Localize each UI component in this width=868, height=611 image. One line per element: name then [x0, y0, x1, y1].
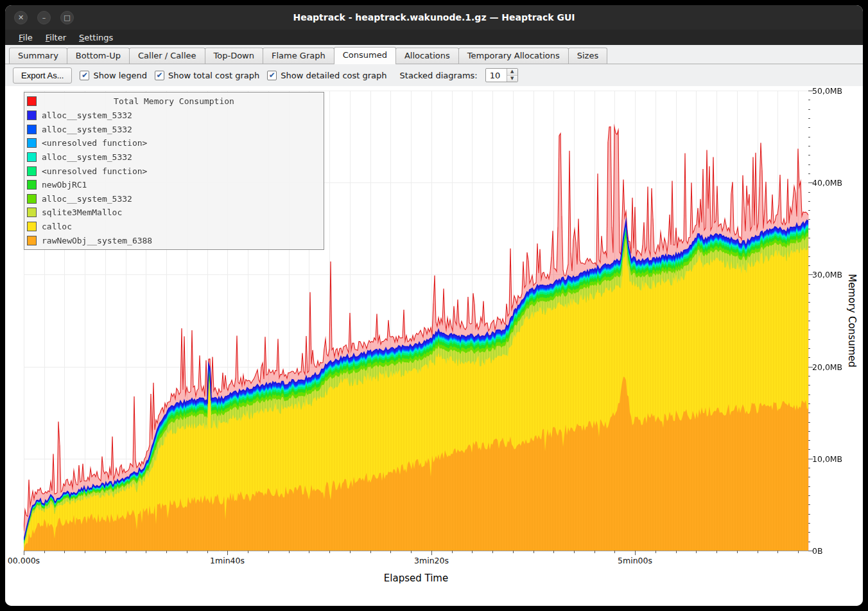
show-legend-checkbox[interactable]: ✔ Show legend	[80, 71, 147, 80]
legend-item: sqlite3MemMalloc	[27, 206, 321, 220]
heaptrack-window: ✕ – □ Heaptrack - heaptrack.wakunode.1.g…	[5, 5, 863, 606]
legend-title: Total Memory Consumption	[42, 96, 306, 106]
legend-item: <unresolved function>	[27, 164, 321, 178]
tab-bottom-up[interactable]: Bottom-Up	[67, 48, 130, 64]
y-axis-title: Memory Consumed	[846, 274, 858, 367]
legend-item: rawNewObj__system_6388	[27, 233, 321, 247]
consumed-chart: 50,0MB 40,0MB 30,0MB 20,0MB 10,0MB 0B 00…	[5, 86, 863, 606]
legend-item: alloc__system_5332	[27, 150, 321, 164]
legend-item: <unresolved function>	[27, 136, 321, 150]
export-as-button[interactable]: Export As...	[13, 67, 72, 84]
legend-item: alloc__system_5332	[27, 191, 321, 206]
show-total-cost-checkbox[interactable]: ✔ Show total cost graph	[155, 71, 259, 80]
legend-color-chip	[27, 166, 37, 176]
legend-color-chip	[27, 236, 37, 245]
show-legend-label: Show legend	[93, 71, 147, 80]
x-tick-label: 00.000s	[8, 556, 40, 565]
legend-color-chip	[27, 138, 37, 148]
menu-filter[interactable]: Filter	[40, 31, 72, 44]
legend-label: alloc__system_5332	[42, 152, 132, 162]
spin-up-icon[interactable]: ▲	[507, 69, 517, 76]
menu-bar: File Filter Settings	[5, 30, 863, 45]
legend-color-chip-total	[27, 96, 37, 106]
legend-color-chip	[27, 194, 37, 204]
tab-consumed[interactable]: Consumed	[334, 47, 396, 64]
legend-color-chip	[27, 125, 37, 134]
y-tick-label: 50,0MB	[812, 86, 842, 96]
tab-summary[interactable]: Summary	[9, 48, 67, 64]
legend-item: alloc__system_5332	[27, 122, 321, 136]
legend-color-chip	[27, 222, 37, 231]
legend-item: alloc__system_5332	[27, 109, 321, 123]
tab-allocations[interactable]: Allocations	[395, 48, 459, 64]
minimize-icon[interactable]: –	[37, 11, 51, 24]
legend-label: alloc__system_5332	[42, 194, 132, 204]
legend-label: alloc__system_5332	[42, 125, 132, 134]
spin-down-icon[interactable]: ▼	[507, 76, 517, 82]
check-icon[interactable]: ✔	[80, 71, 89, 80]
y-tick-label: 0B	[812, 546, 823, 556]
menu-settings-rest: ettings	[84, 33, 113, 42]
legend-label: sqlite3MemMalloc	[42, 208, 122, 217]
tab-top-down[interactable]: Top-Down	[205, 48, 263, 64]
show-detailed-cost-label: Show detailed cost graph	[281, 71, 386, 80]
legend-color-chip	[27, 111, 37, 120]
tab-sizes[interactable]: Sizes	[568, 48, 607, 64]
tab-caller-callee[interactable]: Caller / Callee	[129, 48, 205, 64]
x-tick-label: 3min20s	[414, 556, 449, 565]
legend-label: newObjRC1	[42, 180, 87, 190]
stacked-diagrams-spinner[interactable]: 10 ▲ ▼	[485, 68, 518, 82]
x-tick-label: 1min40s	[210, 556, 245, 565]
legend-title-row: Total Memory Consumption	[27, 94, 321, 109]
tab-flame-graph[interactable]: Flame Graph	[263, 48, 334, 64]
legend-label: rawNewObj__system_6388	[42, 236, 152, 245]
y-tick-label: 10,0MB	[812, 454, 842, 464]
spinner-buttons: ▲ ▼	[507, 69, 517, 82]
x-axis-title: Elapsed Time	[384, 572, 448, 584]
legend-color-chip	[27, 208, 37, 217]
legend-color-chip	[27, 180, 37, 190]
maximize-icon[interactable]: □	[60, 11, 74, 24]
chart-legend: Total Memory Consumption alloc__system_5…	[24, 92, 324, 250]
tab-temporary-allocations[interactable]: Temporary Allocations	[458, 48, 569, 64]
x-tick-label: 5min00s	[618, 556, 652, 565]
show-total-cost-label: Show total cost graph	[168, 71, 259, 80]
stacked-diagrams-value[interactable]: 10	[486, 69, 507, 82]
y-tick-label: 20,0MB	[812, 362, 842, 372]
tab-bar: Summary Bottom-Up Caller / Callee Top-Do…	[5, 45, 863, 64]
menu-file-rest: ile	[23, 33, 33, 42]
toolbar: Export As... ✔ Show legend ✔ Show total …	[5, 64, 863, 86]
legend-label: calloc	[42, 222, 72, 231]
show-detailed-cost-checkbox[interactable]: ✔ Show detailed cost graph	[267, 71, 386, 80]
y-tick-label: 30,0MB	[812, 270, 842, 279]
close-icon[interactable]: ✕	[14, 11, 28, 24]
stacked-diagrams-label: Stacked diagrams:	[400, 71, 478, 80]
title-bar: ✕ – □ Heaptrack - heaptrack.wakunode.1.g…	[5, 5, 863, 30]
legend-item: newObjRC1	[27, 178, 321, 192]
window-title: Heaptrack - heaptrack.wakunode.1.gz — He…	[5, 12, 863, 22]
legend-item: calloc	[27, 220, 321, 234]
legend-label: <unresolved function>	[42, 166, 147, 176]
menu-settings[interactable]: Settings	[73, 31, 119, 44]
window-controls: ✕ – □	[14, 5, 74, 30]
menu-file[interactable]: File	[13, 31, 39, 44]
y-tick-label: 40,0MB	[812, 178, 842, 188]
legend-label: alloc__system_5332	[42, 111, 132, 120]
check-icon[interactable]: ✔	[267, 71, 277, 80]
legend-label: <unresolved function>	[42, 138, 147, 148]
legend-color-chip	[27, 152, 37, 162]
check-icon[interactable]: ✔	[155, 71, 164, 80]
menu-filter-rest: ilter	[49, 33, 66, 42]
